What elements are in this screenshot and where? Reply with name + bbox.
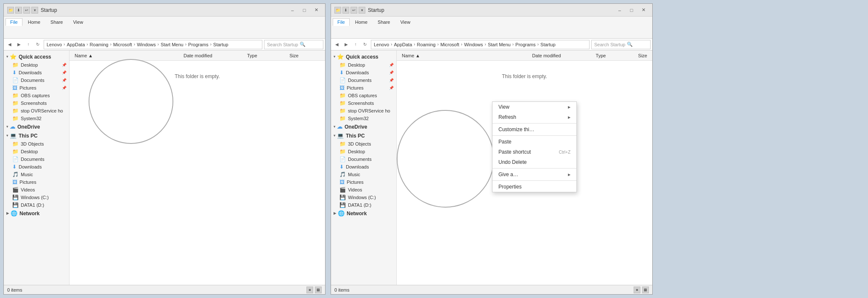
tb-dropdown-right[interactable]: ▾ (359, 7, 365, 14)
sidebar-section-thispc-left[interactable]: ▾ 💻 This PC (4, 131, 69, 140)
forward-button-left[interactable]: ▶ (15, 40, 23, 49)
tab-share-left[interactable]: Share (46, 18, 67, 26)
sidebar-item-documents-pc-left[interactable]: 📄 Documents (4, 155, 69, 163)
col-name-right[interactable]: Name ▲ (400, 53, 531, 58)
sort-icon: ▲ (415, 53, 420, 58)
path-segment: AppData (67, 42, 85, 47)
back-button-left[interactable]: ◀ (6, 40, 14, 49)
refresh-button-left[interactable]: ↻ (33, 40, 42, 49)
col-size-left[interactable]: Size (288, 53, 322, 58)
sidebar-section-network-right[interactable]: ▶ 🌐 Network (331, 209, 396, 218)
sidebar-item-screenshots-left[interactable]: 📁 Screenshots (4, 99, 69, 107)
forward-button-right[interactable]: ▶ (342, 40, 351, 49)
col-type-left[interactable]: Type (245, 53, 288, 58)
sidebar-item-system32-right[interactable]: 📁 System32 (331, 115, 396, 122)
sidebar-item-desktop-pc-left[interactable]: 📁 Desktop (4, 148, 69, 155)
explorer-window-right: 📁 ⬇ ↩ ▾ Startup – □ ✕ File Home Share Vi… (331, 3, 653, 295)
sidebar-item-windows-c-right[interactable]: 💾 Windows (C:) (331, 194, 396, 201)
sidebar-section-quick-access-left[interactable]: ▾ ⭐ Quick access (4, 52, 69, 61)
col-type-right[interactable]: Type (594, 53, 637, 58)
sidebar-item-music-left[interactable]: 🎵 Music (4, 171, 69, 178)
sidebar-item-downloads-pc-left[interactable]: ⬇ Downloads (4, 163, 69, 171)
tab-file-left[interactable]: File (6, 18, 22, 26)
up-button-right[interactable]: ↑ (351, 40, 360, 49)
sidebar-item-documents-qa-left[interactable]: 📄 Documents 📌 (4, 76, 69, 84)
address-bar-left: ◀ ▶ ↑ ↻ Lenovo › AppData › Roaming › Mic… (4, 39, 325, 51)
view-icons-left: ≡ ⊞ (306, 287, 322, 293)
sidebar-item-music-right[interactable]: 🎵 Music (331, 171, 396, 178)
tab-view-left[interactable]: View (68, 18, 88, 26)
col-date-right[interactable]: Date modified (531, 53, 594, 58)
list-view-icon[interactable]: ≡ (306, 287, 313, 293)
sidebar-item-pictures-qa-right[interactable]: 🖼 Pictures 📌 (331, 84, 396, 92)
refresh-button-right[interactable]: ↻ (361, 40, 369, 49)
context-menu-properties[interactable]: Properties (492, 182, 576, 192)
maximize-button-left[interactable]: □ (299, 6, 310, 14)
context-menu-give[interactable]: Give a… (492, 169, 576, 180)
context-menu-paste-shortcut[interactable]: Paste shortcut Ctrl+Z (492, 147, 576, 157)
sidebar-section-thispc-right[interactable]: ▾ 💻 This PC (331, 131, 396, 140)
back-button-right[interactable]: ◀ (333, 40, 341, 49)
col-date-left[interactable]: Date modified (182, 53, 245, 58)
network-icon: 🌐 (338, 210, 345, 216)
sidebar-item-documents-pc-right[interactable]: 📄 Documents (331, 155, 396, 163)
sidebar-item-pictures-pc-right[interactable]: 🖼 Pictures (331, 178, 396, 186)
sidebar-section-network-left[interactable]: ▶ 🌐 Network (4, 209, 69, 218)
sidebar-item-desktop-qa-right[interactable]: 📁 Desktop 📌 (331, 61, 396, 69)
list-view-icon-right[interactable]: ≡ (634, 287, 640, 293)
sidebar-item-ovr-left[interactable]: 📁 stop OVRService ho (4, 107, 69, 115)
context-menu-customize[interactable]: Customize thi… (492, 124, 576, 135)
col-size-right[interactable]: Size (637, 53, 649, 58)
col-name-left[interactable]: Name ▲ (73, 53, 182, 58)
sidebar-item-downloads-qa-left[interactable]: ⬇ Downloads 📌 (4, 69, 69, 76)
detail-view-icon-right[interactable]: ⊞ (642, 287, 649, 293)
search-box-right[interactable]: Search Startup 🔍 (591, 40, 651, 49)
sidebar-item-videos-left[interactable]: 🎬 Videos (4, 186, 69, 194)
tab-home-left[interactable]: Home (23, 18, 45, 26)
sidebar-item-desktop-qa-left[interactable]: 📁 Desktop 📌 (4, 61, 69, 69)
sidebar-item-3dobjects-left[interactable]: 📁 3D Objects (4, 140, 69, 148)
sidebar-item-ovr-right[interactable]: 📁 stop OVRService ho (331, 107, 396, 115)
sidebar-item-videos-right[interactable]: 🎬 Videos (331, 186, 396, 194)
tab-view-right[interactable]: View (395, 18, 415, 26)
context-menu-view[interactable]: View (492, 102, 576, 112)
tab-home-right[interactable]: Home (351, 18, 372, 26)
up-button-left[interactable]: ↑ (24, 40, 33, 49)
address-path-left[interactable]: Lenovo › AppData › Roaming › Microsoft ›… (44, 40, 262, 49)
sidebar-item-windows-c-left[interactable]: 💾 Windows (C:) (4, 194, 69, 201)
sidebar-item-documents-qa-right[interactable]: 📄 Documents 📌 (331, 76, 396, 84)
tb-dropdown[interactable]: ▾ (31, 7, 38, 14)
sidebar-item-system32-left[interactable]: 📁 System32 (4, 115, 69, 122)
context-menu-undo-delete[interactable]: Undo Delete (492, 157, 576, 167)
sidebar-item-data1-left[interactable]: 💾 DATA1 (D:) (4, 201, 69, 209)
sidebar-item-obs-left[interactable]: 📁 OBS captures (4, 92, 69, 99)
sidebar-item-obs-right[interactable]: 📁 OBS captures (331, 92, 396, 99)
context-menu-paste[interactable]: Paste (492, 137, 576, 147)
detail-view-icon[interactable]: ⊞ (315, 287, 322, 293)
tab-share-right[interactable]: Share (373, 18, 395, 26)
sidebar-section-quick-access-right[interactable]: ▾ ⭐ Quick access (331, 52, 396, 61)
minimize-button-left[interactable]: – (287, 6, 298, 14)
sidebar-section-onedrive-right[interactable]: ▾ ☁ OneDrive (331, 122, 396, 131)
arrow-icon: ▾ (6, 55, 8, 59)
sidebar-item-downloads-pc-right[interactable]: ⬇ Downloads (331, 163, 396, 171)
minimize-button-right[interactable]: – (614, 6, 625, 14)
sidebar-item-pictures-pc-left[interactable]: 🖼 Pictures (4, 178, 69, 186)
search-box-left[interactable]: Search Startup 🔍 (264, 40, 323, 49)
arrow-icon: ▾ (334, 55, 335, 59)
sidebar-item-data1-right[interactable]: 💾 DATA1 (D:) (331, 201, 396, 209)
address-path-right[interactable]: Lenovo › AppData › Roaming › Microsoft ›… (371, 40, 590, 49)
tab-file-right[interactable]: File (333, 18, 350, 26)
sidebar-item-3dobjects-right[interactable]: 📁 3D Objects (331, 140, 396, 148)
sort-icon: ▲ (88, 53, 93, 58)
context-menu-refresh[interactable]: Refresh (492, 112, 576, 122)
sidebar-item-pictures-qa-left[interactable]: 🖼 Pictures 📌 (4, 84, 69, 92)
sidebar-item-screenshots-right[interactable]: 📁 Screenshots (331, 99, 396, 107)
sidebar-item-desktop-pc-right[interactable]: 📁 Desktop (331, 148, 396, 155)
pin-icon: 📌 (62, 70, 67, 75)
close-button-right[interactable]: ✕ (638, 6, 649, 14)
maximize-button-right[interactable]: □ (626, 6, 637, 14)
sidebar-section-onedrive-left[interactable]: ▾ ☁ OneDrive (4, 122, 69, 131)
close-button-left[interactable]: ✕ (311, 6, 322, 14)
sidebar-item-downloads-qa-right[interactable]: ⬇ Downloads 📌 (331, 69, 396, 76)
